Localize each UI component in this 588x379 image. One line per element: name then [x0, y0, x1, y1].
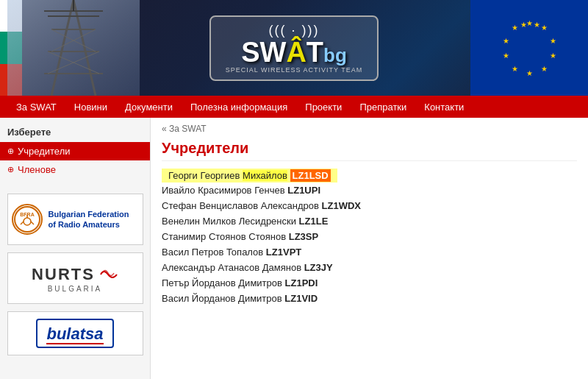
nav-novini[interactable]: Новини — [65, 96, 116, 118]
bfra-text: Bulgarian Federation of Radio Amateurs — [49, 209, 139, 230]
nurts-logo-box[interactable]: NURTS BULGARIA — [7, 252, 143, 304]
founders-list: Георги Георгиев Михайлов LZ1LSDИвайло Кр… — [162, 169, 577, 306]
nav-kontakti[interactable]: Контакти — [415, 96, 473, 118]
nurts-text: NURTS — [32, 265, 95, 284]
svg-text:★: ★ — [534, 21, 540, 29]
nav-za-swat[interactable]: За SWAT — [7, 96, 65, 118]
svg-text:★: ★ — [550, 37, 556, 45]
sidebar-logos: BFRA Bulgarian Federation of Radio Amate… — [0, 194, 150, 355]
svg-text:★: ★ — [520, 21, 527, 29]
callsign-badge: LZ1LSD — [290, 169, 331, 182]
founder-item-3: Венелин Милков Лесидренски LZ1LE — [162, 213, 577, 229]
swat-logo: ((( · ))) SWÂTbg SPECIAL WIRELESS ACTIVI… — [209, 15, 379, 81]
nav-prepratki[interactable]: Препратки — [351, 96, 415, 118]
navbar: За SWATНовиниДокументиПолезна информация… — [0, 96, 588, 118]
sidebar-items: ⊕Учредители⊕Членове — [0, 142, 150, 179]
eu-flag: ★ ★ ★ ★ ★ ★ ★ ★ ★ ★ ★ ★ — [470, 0, 588, 96]
logo-t: T — [306, 37, 323, 68]
founder-item-5: Васил Петров Топалов LZ1VPT — [162, 244, 577, 260]
callsign-5: LZ1VPT — [266, 247, 301, 258]
svg-text:★: ★ — [526, 69, 533, 77]
bfra-icon: BFRA — [12, 204, 43, 235]
founder-highlight: Георги Георгиев Михайлов LZ1LSD — [165, 169, 334, 183]
callsign-3: LZ1LE — [299, 216, 329, 227]
founder-item-1: Ивайло Красимиров Генчев LZ1UPI — [162, 183, 577, 198]
tower-image — [7, 0, 140, 96]
founder-item-4: Станимир Стоянов Стоянов LZ3SP — [162, 229, 577, 244]
eu-stars: ★ ★ ★ ★ ★ ★ ★ ★ ★ ★ ★ ★ — [500, 18, 559, 77]
callsign-4: LZ3SP — [289, 231, 318, 242]
callsign-2: LZ1WDX — [322, 200, 361, 211]
nurts-logo: NURTS BULGARIA — [32, 264, 118, 293]
sidebar-header: Изберете — [0, 124, 150, 142]
sidebar-bullet-0: ⊕ — [7, 146, 14, 156]
svg-text:★: ★ — [512, 65, 518, 73]
sidebar-label-0: Учредители — [18, 146, 71, 157]
logo-brand: SWÂTbg — [226, 38, 362, 66]
logo-waves: ((( · ))) — [226, 23, 362, 38]
nurts-sub: BULGARIA — [48, 285, 103, 293]
logo-bg: bg — [323, 44, 347, 66]
sidebar-label-1: Членове — [18, 164, 56, 175]
svg-text:★: ★ — [541, 65, 548, 73]
svg-text:★: ★ — [512, 24, 518, 32]
bulatsa-logo: bulatsa — [36, 319, 113, 348]
svg-text:★: ★ — [541, 24, 548, 32]
callsign-1: LZ1UPI — [287, 185, 320, 196]
sidebar-item-0[interactable]: ⊕Учредители — [0, 142, 150, 160]
bfra-logo-box[interactable]: BFRA Bulgarian Federation of Radio Amate… — [7, 194, 143, 245]
svg-text:★: ★ — [526, 19, 533, 27]
callsign-7: LZ1PDI — [285, 277, 318, 288]
bfra-logo: BFRA Bulgarian Federation of Radio Amate… — [8, 200, 143, 238]
callsign-6: LZ3JY — [304, 262, 333, 273]
svg-rect-0 — [7, 0, 140, 96]
svg-point-25 — [15, 207, 40, 232]
header: ((( · ))) SWÂTbg SPECIAL WIRELESS ACTIVI… — [0, 0, 588, 96]
sidebar: Изберете ⊕Учредители⊕Членове BFRA — [0, 118, 151, 379]
logo-sw: SW — [241, 37, 286, 68]
founder-item-0: Георги Георгиев Михайлов LZ1LSD — [162, 169, 337, 183]
main-content: Изберете ⊕Учредители⊕Членове BFRA — [0, 118, 588, 379]
sidebar-item-1[interactable]: ⊕Членове — [0, 160, 150, 179]
nav-polezna[interactable]: Полезна информация — [182, 96, 296, 118]
content-area: « За SWAT Учредители Георги Георгиев Мих… — [151, 118, 588, 379]
svg-text:★: ★ — [550, 52, 556, 60]
svg-text:★: ★ — [503, 52, 509, 60]
logo-at: Â — [286, 37, 306, 68]
founder-item-8: Васил Йорданов Димитров LZ1VID — [162, 291, 577, 306]
svg-text:★: ★ — [503, 37, 509, 45]
nav-proekti[interactable]: Проекти — [296, 96, 351, 118]
page-title: Учредители — [162, 140, 577, 161]
founder-item-7: Петър Йорданов Димитров LZ1PDI — [162, 275, 577, 291]
bulatsa-logo-box[interactable]: bulatsa — [7, 311, 143, 355]
sidebar-bullet-1: ⊕ — [7, 165, 14, 174]
founder-item-2: Стефан Венциславов Александров LZ1WDX — [162, 198, 577, 213]
breadcrumb: « За SWAT — [162, 124, 577, 134]
callsign-8: LZ1VID — [284, 293, 318, 304]
nav-dokumenti[interactable]: Документи — [116, 96, 182, 118]
breadcrumb-text: « За SWAT — [162, 124, 207, 134]
founder-item-6: Александър Атанасов Дамянов LZ3JY — [162, 260, 577, 275]
